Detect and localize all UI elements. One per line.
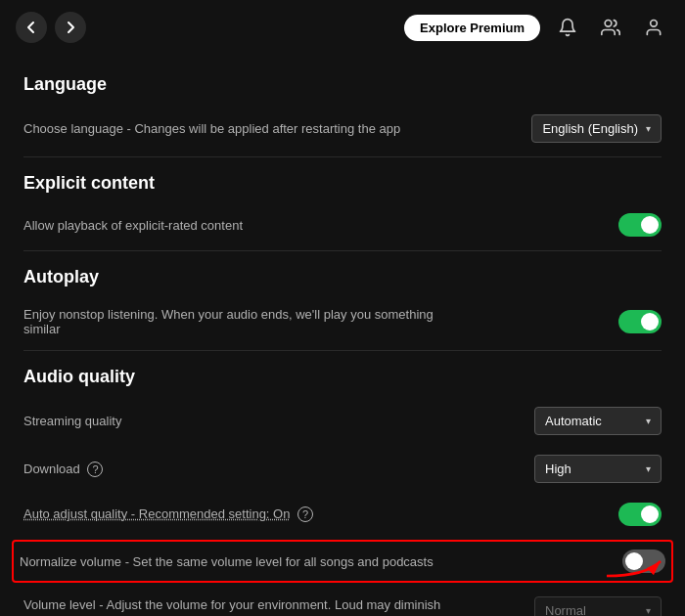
normalize-volume-container: Normalize volume - Set the same volume l… (18, 540, 667, 583)
download-quality-dropdown[interactable]: High ▾ (534, 455, 662, 483)
friends-button[interactable] (595, 12, 626, 43)
language-title: Language (23, 74, 662, 95)
back-button[interactable] (16, 12, 47, 43)
auto-adjust-label: Auto adjust quality - Recommended settin… (23, 506, 444, 522)
language-chevron-icon: ▾ (646, 123, 651, 134)
streaming-quality-dropdown[interactable]: Automatic ▾ (534, 407, 662, 435)
autoplay-toggle-thumb (641, 313, 659, 330)
volume-level-dropdown[interactable]: Normal ▾ (534, 596, 662, 616)
top-right-actions: Explore Premium (404, 12, 669, 43)
language-dropdown-value: English (English) (542, 121, 638, 136)
auto-adjust-toggle-track[interactable] (618, 503, 662, 526)
streaming-quality-row: Streaming quality Automatic ▾ (23, 397, 662, 445)
auto-adjust-help-icon[interactable]: ? (297, 506, 313, 522)
settings-content: Language Choose language - Changes will … (0, 55, 685, 616)
profile-button[interactable] (638, 12, 669, 43)
top-bar: Explore Premium (0, 0, 685, 55)
normalize-volume-label: Normalize volume - Set the same volume l… (20, 554, 440, 569)
notifications-button[interactable] (552, 12, 583, 43)
explicit-content-toggle-thumb (641, 216, 659, 234)
autoplay-title: Autoplay (23, 267, 662, 287)
language-dropdown[interactable]: English (English) ▾ (531, 114, 662, 143)
divider-3 (23, 350, 662, 351)
autoplay-toggle[interactable] (618, 310, 662, 333)
streaming-quality-value: Automatic (545, 414, 602, 428)
volume-chevron-icon: ▾ (646, 605, 651, 616)
svg-point-0 (605, 21, 612, 27)
language-description: Choose language - Changes will be applie… (23, 121, 444, 136)
autoplay-toggle-track[interactable] (618, 310, 662, 333)
download-quality-value: High (545, 462, 571, 476)
streaming-quality-label: Streaming quality (23, 414, 444, 428)
divider-1 (23, 156, 662, 157)
audio-quality-title: Audio quality (23, 367, 662, 387)
explicit-content-row: Allow playback of explicit-rated content (23, 203, 662, 246)
language-section: Language Choose language - Changes will … (23, 74, 662, 153)
autoplay-row: Enjoy nonstop listening. When your audio… (23, 297, 662, 346)
nav-buttons (16, 12, 86, 43)
svg-point-1 (651, 21, 658, 27)
volume-level-value: Normal (545, 603, 586, 616)
download-chevron-icon: ▾ (646, 463, 651, 474)
download-help-icon[interactable]: ? (87, 462, 103, 477)
explicit-content-description: Allow playback of explicit-rated content (23, 218, 444, 233)
download-quality-label: Download ? (23, 462, 444, 477)
download-quality-row: Download ? High ▾ (23, 445, 662, 493)
explicit-content-section: Explicit content Allow playback of expli… (23, 173, 662, 246)
auto-adjust-row: Auto adjust quality - Recommended settin… (23, 493, 662, 536)
auto-adjust-toggle[interactable] (618, 503, 662, 526)
explicit-content-toggle-track[interactable] (618, 213, 662, 237)
normalize-volume-row: Normalize volume - Set the same volume l… (20, 550, 665, 573)
explore-premium-button[interactable]: Explore Premium (404, 15, 540, 41)
normalize-volume-highlighted: Normalize volume - Set the same volume l… (12, 540, 673, 583)
explicit-content-toggle[interactable] (618, 213, 662, 237)
divider-2 (23, 250, 662, 251)
red-arrow-indicator (597, 542, 675, 581)
streaming-chevron-icon: ▾ (646, 416, 651, 426)
explicit-content-title: Explicit content (23, 173, 662, 194)
volume-level-label: Volume level - Adjust the volume for you… (23, 596, 444, 616)
volume-level-row: Volume level - Adjust the volume for you… (23, 587, 662, 616)
language-row: Choose language - Changes will be applie… (23, 105, 662, 153)
auto-adjust-toggle-thumb (641, 506, 659, 523)
autoplay-section: Autoplay Enjoy nonstop listening. When y… (23, 267, 662, 346)
forward-button[interactable] (55, 12, 86, 43)
autoplay-description: Enjoy nonstop listening. When your audio… (23, 307, 444, 336)
audio-quality-section: Audio quality Streaming quality Automati… (23, 367, 662, 616)
